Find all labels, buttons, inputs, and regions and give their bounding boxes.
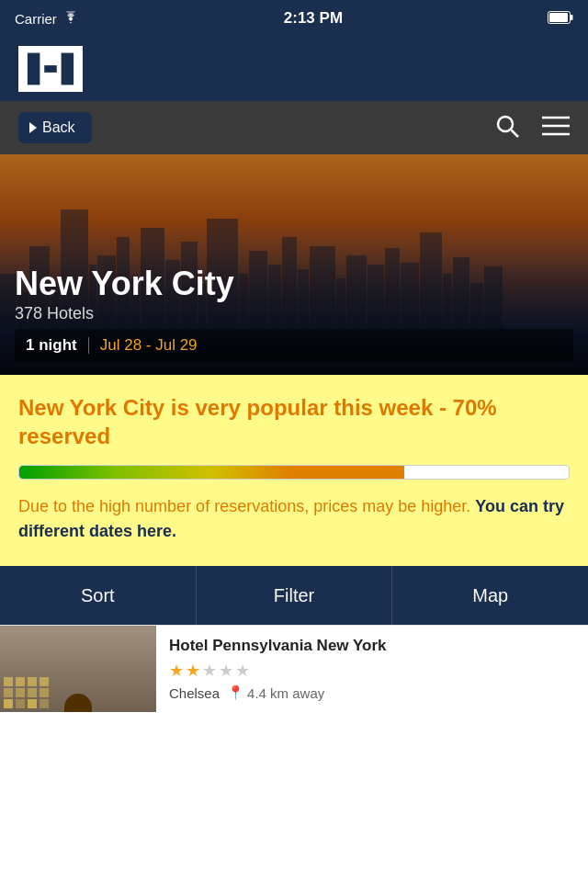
progress-fill <box>19 466 404 479</box>
svg-point-7 <box>498 117 513 131</box>
carrier-label: Carrier <box>15 11 57 27</box>
hotel-info: Hotel Pennsylvania New York ★ ★ ★ ★ ★ Ch… <box>156 626 588 712</box>
date-bar: 1 night Jul 28 - Jul 29 <box>15 329 573 362</box>
hotel-meta: Chelsea 📍 4.4 km away <box>169 684 575 701</box>
star-3: ★ <box>202 661 217 681</box>
svg-rect-1 <box>549 13 568 22</box>
svg-rect-6 <box>62 53 74 85</box>
hotel-stars: ★ ★ ★ ★ ★ <box>169 661 575 681</box>
hotel-card[interactable]: Hotel Pennsylvania New York ★ ★ ★ ★ ★ Ch… <box>0 625 588 712</box>
popularity-progress-bar <box>18 465 570 480</box>
status-right <box>548 11 573 27</box>
night-label: 1 night <box>26 336 77 355</box>
hotel-count: 378 Hotels <box>15 304 573 323</box>
nav-bar: Back <box>0 101 588 154</box>
hero-text: New York City 378 Hotels 1 night Jul 28 … <box>0 253 588 375</box>
hero-image: New York City 378 Hotels 1 night Jul 28 … <box>0 154 588 375</box>
pin-icon: 📍 <box>227 684 244 701</box>
sort-button[interactable]: Sort <box>0 566 197 625</box>
status-time: 2:13 PM <box>284 9 343 28</box>
menu-icon[interactable] <box>542 116 570 140</box>
svg-rect-4 <box>28 53 40 85</box>
hotel-name: Hotel Pennsylvania New York <box>169 637 575 655</box>
hotel-distance: 📍 4.4 km away <box>227 684 324 701</box>
battery-icon <box>548 11 573 27</box>
star-5: ★ <box>235 661 250 681</box>
svg-rect-5 <box>44 65 57 73</box>
nav-icons <box>494 113 570 142</box>
hotel-neighborhood: Chelsea <box>169 685 220 701</box>
wifi-icon <box>62 11 79 27</box>
search-icon[interactable] <box>494 113 520 142</box>
city-name: New York City <box>15 266 573 302</box>
status-left: Carrier <box>15 11 79 27</box>
popularity-headline: New York City is very popular this week … <box>18 393 570 450</box>
star-1: ★ <box>169 661 184 681</box>
filter-button[interactable]: Filter <box>197 566 393 625</box>
action-bar: Sort Filter Map <box>0 566 588 625</box>
back-label: Back <box>42 119 75 136</box>
popularity-body-orange: Due to the high number of reservations, … <box>18 497 470 515</box>
hotel-image <box>0 626 156 712</box>
date-divider <box>88 337 89 354</box>
popularity-body: Due to the high number of reservations, … <box>18 494 570 544</box>
svg-line-8 <box>512 130 519 138</box>
logo-bar <box>0 37 588 101</box>
status-bar: Carrier 2:13 PM <box>0 0 588 37</box>
star-4: ★ <box>219 661 233 681</box>
popularity-banner: New York City is very popular this week … <box>0 375 588 566</box>
brand-logo <box>18 46 83 92</box>
date-range: Jul 28 - Jul 29 <box>100 336 198 355</box>
star-2: ★ <box>186 661 200 681</box>
map-button[interactable]: Map <box>392 566 588 625</box>
svg-rect-2 <box>571 15 573 20</box>
back-button[interactable]: Back <box>18 112 92 143</box>
